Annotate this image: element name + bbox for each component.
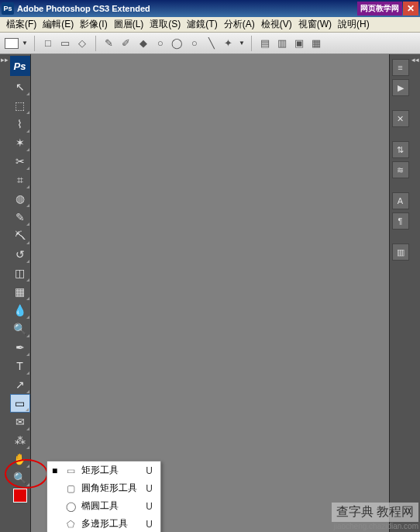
- menu-filter[interactable]: 濾鏡(T): [184, 16, 220, 33]
- separator: [251, 36, 252, 51]
- separator: [95, 36, 96, 51]
- path-select-tool[interactable]: ↗: [10, 375, 30, 394]
- flyout-label: 橢圓工具: [81, 499, 137, 513]
- freeform-pen-icon[interactable]: ✐: [119, 36, 133, 50]
- notes-tool[interactable]: ✉: [10, 413, 30, 431]
- ellipse-icon[interactable]: ◯: [170, 36, 184, 50]
- menu-analysis[interactable]: 分析(A): [221, 16, 258, 33]
- rect-icon[interactable]: ◆: [136, 36, 150, 50]
- watermark-top: 网页教学网: [357, 2, 402, 16]
- panel-btn-navigator[interactable]: ≡: [392, 59, 409, 76]
- slice-tool[interactable]: ⌗: [10, 171, 30, 189]
- color-swatches[interactable]: [13, 489, 27, 503]
- left-collapse-strip[interactable]: ▸▸: [0, 54, 9, 532]
- menubar: 檔案(F) 編輯(E) 影像(I) 圖層(L) 選取(S) 濾鏡(T) 分析(A…: [0, 17, 420, 33]
- eyedropper-tool[interactable]: ⁂: [10, 431, 30, 450]
- zoom-tool[interactable]: 🔍: [10, 468, 30, 487]
- rectangle-icon: ▭: [64, 465, 77, 477]
- custom-shape-icon[interactable]: ✦: [222, 36, 236, 50]
- flyout-label: 多邊形工具: [81, 517, 137, 530]
- flyout-item-rounded-rectangle[interactable]: ▢ 圓角矩形工具 U: [47, 479, 160, 497]
- toolbox: Ps ↖ ⬚ ⌇ ✶ ✂ ⌗ ◍ ✎ ⛏ ↺ ◫ ▦ 💧 🔍 ✒ T ↗ ▭ ✉…: [9, 54, 31, 532]
- menu-window[interactable]: 視窗(W): [295, 16, 335, 33]
- type-tool[interactable]: T: [10, 357, 30, 375]
- arrows-icon: ▸▸: [1, 56, 9, 64]
- stamp-tool[interactable]: ⛏: [10, 226, 30, 245]
- fill-pixels-icon[interactable]: ◇: [75, 36, 89, 50]
- crop-tool[interactable]: ✂: [10, 152, 30, 171]
- wand-tool[interactable]: ✶: [10, 133, 30, 152]
- menu-select[interactable]: 選取(S): [146, 16, 184, 33]
- paths-icon[interactable]: ▭: [58, 36, 72, 50]
- pen-tool[interactable]: ✒: [10, 338, 30, 357]
- chevron-down-icon[interactable]: ▼: [22, 40, 28, 47]
- menu-view[interactable]: 檢視(V): [258, 16, 295, 33]
- menu-image[interactable]: 影像(I): [77, 16, 110, 33]
- flyout-shortcut: U: [142, 501, 153, 512]
- flyout-item-polygon[interactable]: ⬠ 多邊形工具 U: [47, 515, 160, 532]
- marquee-tool[interactable]: ⬚: [10, 96, 30, 115]
- app-icon: Ps: [2, 2, 14, 15]
- right-collapse-strip[interactable]: ◂◂: [411, 54, 420, 532]
- panel-btn-swatches[interactable]: ▥: [392, 244, 409, 261]
- flyout-label: 圓角矩形工具: [81, 482, 137, 495]
- panel-btn-play[interactable]: ▶: [392, 79, 409, 96]
- panel-btn-paragraph[interactable]: ¶: [392, 212, 409, 230]
- polygon-icon[interactable]: ○: [188, 36, 201, 50]
- flyout-item-ellipse[interactable]: ◯ 橢圓工具 U: [47, 497, 160, 515]
- pathop-3-icon[interactable]: ▣: [292, 36, 306, 50]
- ellipse-icon: ◯: [64, 500, 77, 513]
- history-brush-tool[interactable]: ↺: [10, 245, 30, 264]
- options-bar: ▼ □ ▭ ◇ ✎ ✐ ◆ ○ ◯ ○ ╲ ✦ ▼ ▤ ▥ ▣ ▦: [0, 33, 420, 54]
- spot-heal-tool[interactable]: ◍: [10, 189, 30, 208]
- menu-layer[interactable]: 圖層(L): [111, 16, 147, 33]
- shape-layers-icon[interactable]: □: [41, 36, 55, 50]
- chevron-down-icon[interactable]: ▼: [239, 40, 245, 47]
- titlebar: Ps Adobe Photoshop CS3 Extended 网页教学网 ✕: [0, 0, 420, 17]
- brush-tool[interactable]: ✎: [10, 208, 30, 226]
- rounded-rect-icon: ▢: [64, 482, 77, 495]
- blur-tool[interactable]: 💧: [10, 301, 30, 320]
- separator: [34, 36, 35, 51]
- gradient-tool[interactable]: ▦: [10, 282, 30, 301]
- flyout-shortcut: U: [142, 483, 153, 494]
- roundrect-icon[interactable]: ○: [153, 36, 167, 50]
- selected-bullet-icon: ■: [52, 465, 60, 476]
- panel-btn-layers[interactable]: ⇅: [392, 141, 409, 158]
- watermark-bottom: 查字典 教程网 jiaocheng.chazidian.com: [332, 503, 418, 530]
- flyout-shortcut: U: [142, 519, 153, 530]
- panel-btn-character[interactable]: A: [392, 192, 409, 209]
- shape-tool-flyout: ■ ▭ 矩形工具 U ▢ 圓角矩形工具 U ◯ 橢圓工具 U ⬠ 多邊形工具 U…: [46, 461, 161, 532]
- flyout-shortcut: U: [142, 465, 153, 476]
- pen-icon[interactable]: ✎: [102, 36, 116, 50]
- eraser-tool[interactable]: ◫: [10, 264, 30, 282]
- panel-btn-tools[interactable]: ✕: [392, 110, 409, 127]
- pathop-4-icon[interactable]: ▦: [309, 36, 323, 50]
- shape-tool[interactable]: ▭: [10, 394, 30, 413]
- flyout-item-rectangle[interactable]: ■ ▭ 矩形工具 U: [47, 461, 160, 479]
- tool-preset[interactable]: [5, 38, 19, 49]
- dodge-tool[interactable]: 🔍: [10, 320, 30, 338]
- hand-tool[interactable]: ✋: [10, 450, 30, 468]
- pathop-1-icon[interactable]: ▤: [258, 36, 272, 50]
- menu-help[interactable]: 說明(H): [335, 16, 373, 33]
- polygon-icon: ⬠: [64, 518, 77, 530]
- line-icon[interactable]: ╲: [205, 36, 219, 50]
- menu-edit[interactable]: 編輯(E): [40, 16, 77, 33]
- window-title: Adobe Photoshop CS3 Extended: [17, 4, 150, 13]
- right-panel: ≡ ▶ ✕ ⇅ ≋ A ¶ ▥: [389, 54, 411, 532]
- pathop-2-icon[interactable]: ▥: [275, 36, 289, 50]
- ps-logo: Ps: [10, 56, 30, 76]
- panel-btn-channels[interactable]: ≋: [392, 161, 409, 178]
- move-tool[interactable]: ↖: [10, 78, 30, 96]
- flyout-label: 矩形工具: [81, 464, 137, 477]
- menu-file[interactable]: 檔案(F): [3, 16, 40, 33]
- foreground-color[interactable]: [13, 489, 27, 503]
- lasso-tool[interactable]: ⌇: [10, 115, 30, 133]
- close-button[interactable]: ✕: [403, 2, 418, 16]
- arrows-icon: ◂◂: [411, 56, 419, 64]
